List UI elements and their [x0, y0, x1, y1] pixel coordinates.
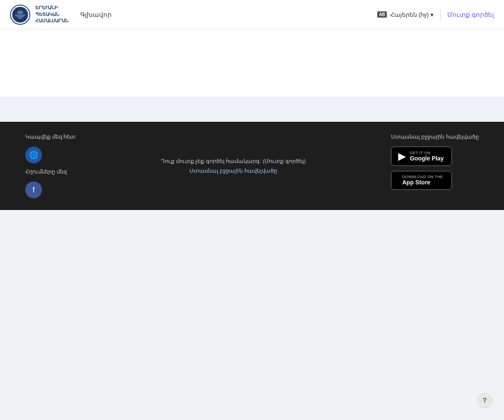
svg-rect-3: [16, 16, 24, 17]
header-divider: [440, 9, 441, 21]
nav-home-link[interactable]: Գլխավոր: [80, 11, 112, 18]
facebook-icon: f: [32, 186, 34, 194]
svg-rect-2: [15, 15, 26, 16]
footer-mid-text: Դուք մուտք չեք գործել համակարգ: (Մուտք գ…: [161, 158, 306, 164]
main-content: [0, 29, 504, 97]
below-footer: [0, 210, 504, 420]
footer-social-col: Կապվեք մեզ հետ 🌐 Հղումները մեզ f: [25, 134, 76, 198]
header-left: ԵՊՀ ԵՐԵՒԱՆԻ ՊԵՏԱԿԱՆ ՀԱՄԱԼՍԱՐԱՆ Գլխավոր: [10, 5, 112, 25]
logo: ԵՊՀ: [10, 5, 30, 25]
header: ԵՊՀ ԵՐԵՒԱՆԻ ՊԵՏԱԿԱՆ ՀԱՄԱԼՍԱՐԱՆ Գլխավոր A…: [0, 0, 504, 29]
google-play-text: GET IT ON Google Play: [410, 151, 444, 162]
footer-mid-col: Դուք մուտք չեք գործել համակարգ: (Մուտք գ…: [161, 134, 306, 198]
language-selector[interactable]: AB Հայերեն (hy) ▾: [377, 11, 433, 18]
org-name: ԵՐԵՒԱՆԻ ՊԵՏԱԿԱՆ ՀԱՄԱԼՍԱՐԱՆ: [35, 5, 68, 24]
globe-icon-button[interactable]: 🌐: [25, 147, 42, 163]
login-button[interactable]: Մուտք գործել: [447, 11, 494, 18]
help-icon: ?: [483, 397, 487, 404]
app-store-button[interactable]: Download on the App Store: [391, 171, 452, 190]
app-store-text: Download on the App Store: [402, 175, 443, 186]
footer: Կապվեք մեզ հետ 🌐 Հղումները մեզ f Դուք մո…: [0, 122, 504, 210]
header-right: AB Հայերեն (hy) ▾ Մուտք գործել: [377, 9, 494, 21]
links-title: Հղումները մեզ: [25, 168, 76, 175]
help-button[interactable]: ?: [477, 393, 492, 408]
facebook-icon-button[interactable]: f: [25, 181, 42, 198]
light-blue-band: [0, 97, 504, 122]
chevron-down-icon: ▾: [430, 11, 433, 18]
app-section-title: Ստասնալ բջջային հավելվածը: [391, 134, 479, 140]
lang-badge: AB: [377, 11, 386, 18]
google-play-button[interactable]: ▶ GET IT ON Google Play: [391, 147, 452, 166]
lang-text: Հայերեն (hy): [390, 11, 429, 18]
footer-app-col: Ստասնալ բջջային հավելվածը ▶ GET IT ON Go…: [391, 134, 479, 198]
social-title: Կապվեք մեզ հետ: [25, 134, 76, 140]
footer-app-link[interactable]: Ստասնալ բջջային հավելվածը: [189, 168, 277, 174]
svg-rect-4: [18, 18, 23, 18]
google-play-icon: ▶: [398, 150, 406, 162]
globe-icon: 🌐: [29, 150, 38, 160]
